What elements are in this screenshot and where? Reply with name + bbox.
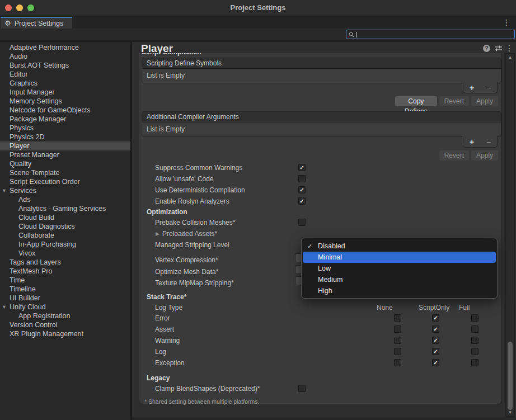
sidebar-item-textmesh-pro[interactable]: TextMesh Pro	[0, 267, 130, 276]
sidebar-item-quality[interactable]: Quality	[0, 159, 130, 168]
log-full-checkbox[interactable]	[471, 348, 479, 355]
sidebar-item-tags-and-layers[interactable]: Tags and Layers	[0, 258, 130, 267]
scroll-up-icon[interactable]: ▲	[506, 55, 514, 60]
dropdown-option-disabled[interactable]: ✓ Disabled	[302, 240, 497, 252]
warning-full-checkbox[interactable]	[471, 337, 479, 344]
setting-label: Preloaded Assets*	[162, 229, 217, 238]
revert-button[interactable]: Revert	[439, 96, 469, 106]
dropdown-option-medium[interactable]: Medium	[302, 274, 497, 285]
sidebar-item-audio[interactable]: Audio	[0, 52, 130, 61]
dropdown-option-low[interactable]: Low	[302, 263, 497, 274]
warning-none-checkbox[interactable]	[394, 337, 401, 344]
dropdown-option-high[interactable]: High	[302, 285, 497, 296]
enable-roslyn-analyzers-checkbox[interactable]: ✓	[298, 197, 306, 205]
sidebar-item-script-execution-order[interactable]: Script Execution Order	[0, 177, 130, 186]
copy-defines-button[interactable]: Copy Defines	[395, 96, 437, 106]
sidebar-item-preset-manager[interactable]: Preset Manager	[0, 150, 130, 159]
gear-icon: ⚙	[4, 20, 11, 27]
apply-button[interactable]: Apply	[471, 150, 498, 161]
sidebar-item-ui-builder[interactable]: UI Builder	[0, 294, 130, 303]
option-label: Medium	[318, 276, 343, 284]
search-input[interactable]	[346, 30, 515, 39]
scroll-down-icon[interactable]: ▼	[506, 410, 514, 415]
sidebar-item-player[interactable]: Player	[0, 141, 130, 150]
sidebar-item-version-control[interactable]: Version Control	[0, 320, 130, 329]
toolbar	[0, 29, 516, 40]
sidebar-item-editor[interactable]: Editor	[0, 70, 130, 79]
sidebar-item-package-manager[interactable]: Package Manager	[0, 115, 130, 124]
sidebar-item-timeline[interactable]: Timeline	[0, 285, 130, 294]
shared-setting-footnote: * Shared setting between multiple platfo…	[144, 398, 259, 405]
exception-scriptonly-checkbox[interactable]: ✓	[432, 359, 439, 366]
check-icon: ✓	[307, 243, 312, 250]
sidebar-item-in-app-purchasing[interactable]: In-App Purchasing	[0, 240, 130, 249]
allow-unsafe-code-checkbox[interactable]	[298, 175, 306, 182]
warning-scriptonly-checkbox[interactable]: ✓	[432, 337, 439, 344]
sidebar-item-ads[interactable]: Ads	[0, 195, 130, 204]
sidebar-item-vivox[interactable]: Vivox	[0, 249, 130, 258]
prebake-collision-meshes-checkbox[interactable]	[298, 219, 306, 226]
exception-full-checkbox[interactable]	[471, 359, 479, 366]
help-icon[interactable]: ?	[483, 45, 490, 52]
vertical-scrollbar[interactable]: ▲ ▼	[505, 53, 515, 417]
sidebar-item-scene-template[interactable]: Scene Template	[0, 168, 130, 177]
exception-none-checkbox[interactable]	[394, 359, 401, 366]
list-empty-row: List is Empty	[142, 69, 501, 83]
sidebar-item-analytics-gaming-services[interactable]: Analytics - Gaming Services	[0, 204, 130, 213]
error-scriptonly-checkbox[interactable]: ✓	[432, 314, 439, 322]
foldout-open-icon[interactable]: ▼	[2, 303, 7, 312]
scrollbar-thumb[interactable]	[508, 342, 513, 410]
presets-icon[interactable]	[494, 45, 503, 54]
apply-button[interactable]: Apply	[471, 96, 498, 106]
sidebar-item-graphics[interactable]: Graphics	[0, 79, 130, 88]
sidebar-item-unity-cloud[interactable]: ▼ Unity Cloud	[0, 303, 130, 312]
optimization-section-header: Optimization	[147, 207, 187, 216]
remove-button[interactable]: −	[486, 83, 491, 92]
log-scriptonly-checkbox[interactable]: ✓	[432, 348, 439, 355]
suppress-common-warnings-checkbox[interactable]: ✓	[298, 164, 306, 171]
assert-scriptonly-checkbox[interactable]: ✓	[432, 325, 439, 333]
option-label: Minimal	[318, 253, 342, 261]
log-none-checkbox[interactable]	[394, 348, 401, 355]
error-full-checkbox[interactable]	[471, 314, 479, 322]
revert-button[interactable]: Revert	[439, 150, 469, 161]
legacy-section-header: Legacy	[147, 374, 170, 383]
sidebar-item-netcode-for-gameobjects[interactable]: Netcode for GameObjects	[0, 106, 130, 115]
column-header-full: Full	[459, 303, 470, 312]
compiler-args-buttons: Revert Apply	[395, 150, 498, 161]
foldout-closed-icon[interactable]: ▶	[156, 231, 160, 237]
sidebar-item-services[interactable]: ▼ Services	[0, 186, 130, 195]
setting-label: Optimize Mesh Data*	[155, 267, 218, 276]
error-none-checkbox[interactable]	[394, 314, 401, 322]
sidebar-item-memory-settings[interactable]: Memory Settings	[0, 97, 130, 106]
assert-none-checkbox[interactable]	[394, 325, 401, 333]
sidebar-item-app-registration[interactable]: App Registration	[0, 312, 130, 320]
preloaded-assets-foldout[interactable]: ▶ Preloaded Assets*	[0, 229, 516, 238]
managed-stripping-level-popup: ✓ Disabled Minimal Low Medium High	[301, 238, 498, 299]
sidebar-item-time[interactable]: Time	[0, 276, 130, 285]
dropdown-option-minimal[interactable]: Minimal	[303, 252, 496, 263]
sidebar-item-physics-2d[interactable]: Physics 2D	[0, 133, 130, 141]
sidebar-item-adaptive-performance[interactable]: Adaptive Performance	[0, 43, 130, 52]
add-button[interactable]: +	[470, 138, 474, 147]
foldout-open-icon[interactable]: ▼	[2, 186, 7, 195]
clamp-blendshapes-checkbox[interactable]	[298, 385, 306, 392]
row-label: Error	[155, 314, 170, 323]
tab-bar-menu-icon[interactable]: ⋮	[503, 18, 510, 26]
setting-label: Allow 'unsafe' Code	[155, 174, 214, 183]
panel-menu-icon[interactable]: ⋮	[505, 44, 513, 52]
sidebar-item-burst-aot-settings[interactable]: Burst AOT Settings	[0, 61, 130, 70]
sidebar-item-physics[interactable]: Physics	[0, 124, 130, 133]
add-button[interactable]: +	[470, 83, 474, 92]
tab-label: Project Settings	[15, 20, 64, 27]
list-header: Scripting Define Symbols	[142, 58, 501, 69]
sidebar-item-cloud-build[interactable]: Cloud Build	[0, 213, 130, 222]
sidebar-item-input-manager[interactable]: Input Manager	[0, 88, 130, 97]
use-deterministic-compilation-checkbox[interactable]: ✓	[298, 186, 306, 194]
remove-button[interactable]: −	[486, 138, 491, 147]
tab-project-settings[interactable]: ⚙ Project Settings	[1, 17, 72, 29]
list-header: Additional Compiler Arguments	[142, 112, 501, 122]
row-label: Log	[155, 347, 166, 356]
sidebar-item-xr-plugin-management[interactable]: XR Plugin Management	[0, 329, 130, 338]
assert-full-checkbox[interactable]	[471, 325, 479, 333]
